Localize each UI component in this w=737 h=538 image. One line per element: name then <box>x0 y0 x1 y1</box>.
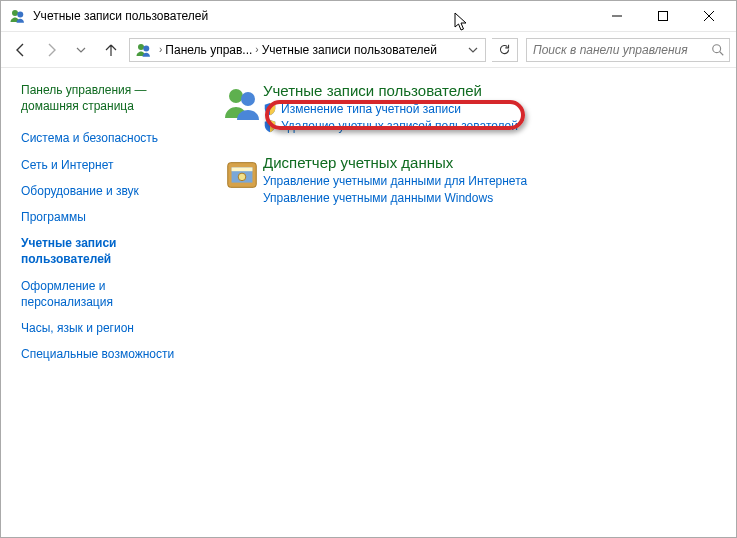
uac-shield-icon <box>263 102 277 116</box>
section-credential-manager: Диспетчер учетных данных Управление учет… <box>221 154 718 208</box>
users-app-icon <box>9 7 27 25</box>
sidebar-item-clock-language[interactable]: Часы, язык и регион <box>21 320 199 336</box>
toolbar: › Панель управ... › Учетные записи польз… <box>1 31 736 67</box>
link-label: Управление учетными данными для Интернет… <box>263 174 527 188</box>
sidebar-item-network[interactable]: Сеть и Интернет <box>21 157 199 173</box>
svg-rect-14 <box>232 167 253 171</box>
close-button[interactable] <box>686 1 732 31</box>
svg-line-9 <box>720 51 724 55</box>
svg-point-15 <box>238 173 246 181</box>
maximize-button[interactable] <box>640 1 686 31</box>
sidebar-item-appearance[interactable]: Оформление и персонализация <box>21 278 199 310</box>
search-input[interactable] <box>531 42 711 58</box>
breadcrumb-icon <box>135 41 153 59</box>
sidebar-item-programs[interactable]: Программы <box>21 209 199 225</box>
svg-point-0 <box>12 10 18 16</box>
search-box[interactable] <box>526 38 730 62</box>
main-content: Учетные записи пользователей Изменение т… <box>211 68 736 537</box>
svg-point-7 <box>143 45 149 51</box>
link-label: Удаление учетных записей пользователей <box>281 119 518 133</box>
link-label: Изменение типа учетной записи <box>281 102 461 116</box>
svg-point-1 <box>17 12 23 18</box>
section-title[interactable]: Диспетчер учетных данных <box>263 154 718 171</box>
chevron-right-icon[interactable]: › <box>156 44 165 55</box>
uac-shield-icon <box>263 119 277 133</box>
svg-point-11 <box>241 92 255 106</box>
link-label: Управление учетными данными Windows <box>263 191 493 205</box>
users-icon <box>221 82 263 136</box>
sidebar-item-hardware-sound[interactable]: Оборудование и звук <box>21 183 199 199</box>
refresh-button[interactable] <box>492 38 518 62</box>
link-manage-web-credentials[interactable]: Управление учетными данными для Интернет… <box>263 174 718 188</box>
address-dropdown[interactable] <box>463 45 483 55</box>
search-icon <box>711 43 725 57</box>
sidebar-item-accessibility[interactable]: Специальные возможности <box>21 346 199 362</box>
up-button[interactable] <box>97 36 125 64</box>
link-delete-user-accounts[interactable]: Удаление учетных записей пользователей <box>263 119 718 133</box>
breadcrumb-item[interactable]: Учетные записи пользователей <box>262 43 437 57</box>
section-title[interactable]: Учетные записи пользователей <box>263 82 718 99</box>
svg-rect-3 <box>659 12 668 21</box>
sidebar-home[interactable]: Панель управления — домашняя страница <box>21 82 199 114</box>
section-user-accounts: Учетные записи пользователей Изменение т… <box>221 82 718 136</box>
link-manage-windows-credentials[interactable]: Управление учетными данными Windows <box>263 191 718 205</box>
svg-point-8 <box>713 44 721 52</box>
chevron-right-icon[interactable]: › <box>252 44 261 55</box>
history-dropdown[interactable] <box>67 36 95 64</box>
sidebar: Панель управления — домашняя страница Си… <box>1 68 211 537</box>
forward-button[interactable] <box>37 36 65 64</box>
body: Панель управления — домашняя страница Си… <box>1 67 736 537</box>
back-button[interactable] <box>7 36 35 64</box>
minimize-button[interactable] <box>594 1 640 31</box>
sidebar-item-system-security[interactable]: Система и безопасность <box>21 130 199 146</box>
svg-point-10 <box>229 89 243 103</box>
titlebar: Учетные записи пользователей <box>1 1 736 31</box>
address-bar[interactable]: › Панель управ... › Учетные записи польз… <box>129 38 486 62</box>
link-change-account-type[interactable]: Изменение типа учетной записи <box>263 102 718 116</box>
sidebar-item-user-accounts[interactable]: Учетные записи пользователей <box>21 235 199 267</box>
svg-point-6 <box>138 44 144 50</box>
credential-manager-icon <box>221 154 263 208</box>
breadcrumb-item[interactable]: Панель управ... <box>165 43 252 57</box>
window-title: Учетные записи пользователей <box>33 9 208 23</box>
